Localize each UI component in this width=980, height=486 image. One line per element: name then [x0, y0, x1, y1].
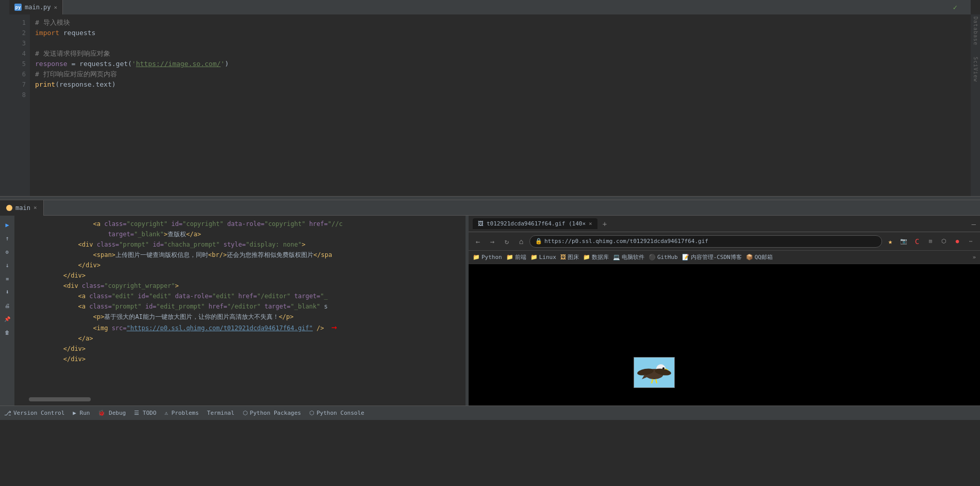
folder-icon: 📦 — [746, 254, 753, 261]
folder-icon: 🖼 — [560, 254, 566, 261]
version-control-button[interactable]: ⎇ Version Control — [4, 410, 64, 417]
github-icon: ⚫ — [649, 254, 656, 261]
bookmark-python[interactable]: 📁 Python — [473, 254, 502, 261]
bookmark-label: Python — [481, 254, 502, 261]
line-number: 3 — [9, 38, 26, 48]
browser-new-tab-button[interactable]: + — [601, 220, 609, 228]
sciview-panel-icon[interactable]: SciView — [973, 57, 978, 82]
run-list-button[interactable]: ≡ — [2, 273, 12, 284]
browser-tab[interactable]: 🖼 t012921dcda94617f64.gif (140× × — [473, 218, 597, 229]
run-toolbar: ▶ ↑ ⚙ ↓ ≡ ⬇ 🖨 📌 🗑 — [0, 216, 14, 406]
browser-star-button[interactable]: ★ — [884, 235, 896, 248]
code-editor[interactable]: # 导入模块 import requests # 发送请求得到响应对象 resp… — [30, 14, 971, 196]
browser-refresh-button[interactable]: ↻ — [501, 235, 513, 248]
code-line-1: # 导入模块 — [35, 18, 966, 28]
browser-url-bar[interactable]: 🔒 https://p0.ssl.qhimg.com/t012921dcda94… — [529, 235, 882, 248]
bookmark-label: QQ邮箱 — [755, 253, 773, 261]
browser-screenshot-button[interactable]: 📷 — [898, 235, 910, 248]
output-line: </a> — [19, 333, 461, 344]
editor-tab-close[interactable]: × — [54, 4, 58, 11]
code-line-6: # 打印响应对应的网页内容 — [35, 69, 966, 79]
version-control-label: Version Control — [13, 410, 64, 416]
browser-grid-button[interactable]: ⊞ — [924, 235, 937, 248]
run-tab-main[interactable]: main × — [0, 200, 44, 216]
python-console-button[interactable]: ⬡ Python Console — [309, 410, 364, 416]
editor-area: py main.py × ✓ 1 2 3 4 5 6 7 8 # 导入模块 im… — [0, 0, 980, 196]
browser-navbar: ← → ↻ ⌂ 🔒 https://p0.ssl.qhimg.com/t0129… — [469, 232, 980, 251]
browser-red-button[interactable]: ● — [951, 235, 964, 248]
bookmark-linux[interactable]: 📁 Linux — [530, 254, 556, 261]
browser-settings-button[interactable]: ⋯ — [965, 235, 977, 248]
editor-status: ✓ — [953, 0, 961, 14]
resize-handle[interactable] — [0, 196, 980, 200]
python-packages-button[interactable]: ⬡ Python Packages — [243, 410, 301, 416]
code-line-2: import requests — [35, 28, 966, 38]
terminal-button[interactable]: Terminal — [207, 410, 235, 416]
bottom-panel: main × ▶ ↑ ⚙ ↓ ≡ ⬇ 🖨 📌 🗑 <a class="copyr… — [0, 200, 980, 406]
output-line: </div> — [19, 344, 461, 354]
bookmark-label: 数据库 — [592, 253, 609, 261]
bookmark-qq-mail[interactable]: 📦 QQ邮箱 — [746, 253, 773, 261]
browser-extension-c-button[interactable]: C — [911, 235, 923, 248]
run-settings-button[interactable]: ⚙ — [2, 247, 12, 257]
browser-ext-button[interactable]: ⬡ — [938, 235, 950, 248]
editor-tabs: py main.py × ✓ — [9, 0, 971, 14]
bookmark-label: 电脑软件 — [622, 253, 644, 261]
bookmark-github[interactable]: ⚫ GitHub — [649, 254, 678, 261]
browser-tab-title: t012921dcda94617f64.gif (140× — [487, 220, 586, 227]
bookmark-software[interactable]: 💻 电脑软件 — [613, 253, 644, 261]
todo-button[interactable]: ☰ TODO — [134, 410, 156, 416]
output-line: <div class="copyright_wrapper"> — [19, 281, 461, 291]
database-panel-icon[interactable]: Database — [973, 17, 978, 45]
run-delete-button[interactable]: 🗑 — [2, 327, 12, 337]
bookmarks-more-button[interactable]: » — [972, 254, 976, 261]
run-pin-button[interactable]: 📌 — [2, 314, 12, 324]
vcs-icon: ⎇ — [4, 410, 11, 417]
bookmark-csdn[interactable]: 📝 内容管理-CSDN博客 — [682, 253, 742, 261]
run-up-button[interactable]: ↑ — [2, 233, 12, 244]
run-indicator-icon — [6, 205, 12, 211]
python-packages-icon: ⬡ — [243, 410, 248, 416]
browser-minimize-button[interactable]: — — [972, 220, 976, 228]
problems-label: ⚠ Problems — [164, 410, 198, 416]
bookmark-database[interactable]: 📁 数据库 — [583, 253, 609, 261]
run-tab-close[interactable]: × — [34, 204, 37, 211]
browser-home-button[interactable]: ⌂ — [515, 235, 527, 248]
folder-icon: 📁 — [530, 254, 538, 261]
output-line: <span>上传图片一键查询版权信息，同时<br/>还会为您推荐相似免费版权图片… — [19, 250, 461, 260]
lock-icon: 🔒 — [535, 238, 542, 245]
problems-button[interactable]: ⚠ Problems — [164, 410, 198, 416]
run-download-button[interactable]: ⬇ — [2, 287, 12, 297]
todo-label: ☰ TODO — [134, 410, 156, 416]
run-split-area: <a class="copyright" id="copyright" data… — [14, 216, 980, 406]
python-console-icon: ⬡ — [309, 410, 314, 416]
run-print-button[interactable]: 🖨 — [2, 300, 12, 311]
debug-label: 🐞 Debug — [98, 410, 126, 416]
output-line: </div> — [19, 354, 461, 364]
folder-icon: 📝 — [682, 254, 689, 261]
python-console-label: Python Console — [317, 410, 364, 416]
output-line: <p>基于强大的AI能力一键放大图片，让你的图片高清放大不失真！</p> — [19, 312, 461, 322]
editor-tab-main[interactable]: py main.py × — [9, 0, 63, 14]
run-scrollbar[interactable] — [29, 397, 91, 401]
browser-extra-buttons: ★ 📷 C ⊞ ⬡ ● ⋯ — [884, 235, 977, 248]
bookmark-images[interactable]: 🖼 图床 — [560, 253, 579, 261]
browser-back-button[interactable]: ← — [472, 235, 484, 248]
browser-titlebar: 🖼 t012921dcda94617f64.gif (140× × + — — [469, 216, 980, 232]
line-number: 8 — [9, 90, 26, 100]
terminal-label: Terminal — [207, 410, 235, 416]
output-line: </div> — [19, 260, 461, 270]
run-down-button[interactable]: ↓ — [2, 260, 12, 270]
code-line-8 — [35, 90, 966, 100]
browser-content-area — [469, 264, 980, 406]
run-output: <a class="copyright" id="copyright" data… — [14, 216, 466, 406]
output-line: target="_blank">查版权</a> — [19, 229, 461, 239]
run-play-button[interactable]: ▶ — [2, 220, 12, 230]
editor-left-gutter — [0, 0, 9, 196]
browser-forward-button[interactable]: → — [486, 235, 499, 248]
debug-button[interactable]: 🐞 Debug — [98, 410, 126, 416]
bookmark-frontend[interactable]: 📁 前端 — [506, 253, 526, 261]
browser-tab-close[interactable]: × — [589, 220, 592, 227]
run-tab-label: main — [15, 204, 30, 212]
run-status-button[interactable]: ▶ Run — [73, 410, 90, 416]
